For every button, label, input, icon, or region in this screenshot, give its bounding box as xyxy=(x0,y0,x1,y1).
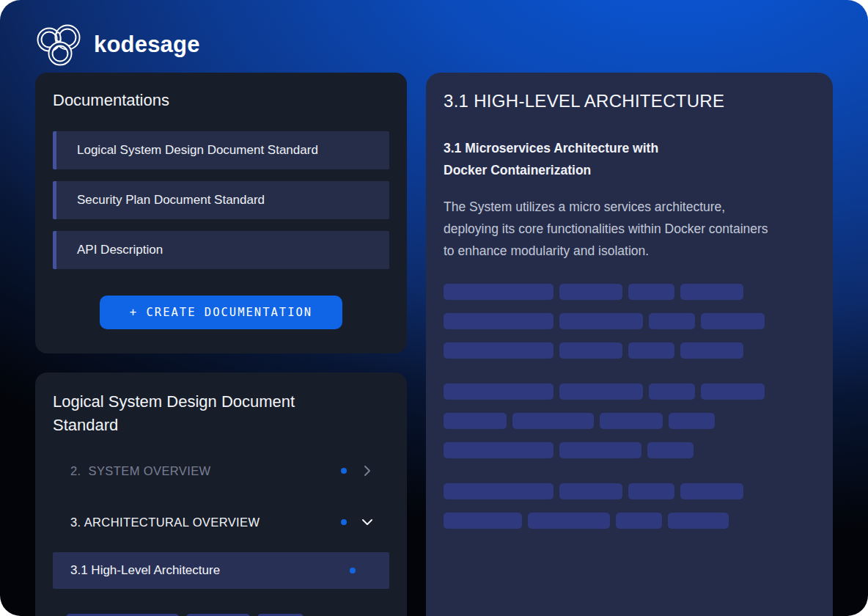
skeleton-row xyxy=(444,313,815,329)
section-label: 2. SYSTEM OVERVIEW xyxy=(70,464,341,478)
skeleton-block xyxy=(628,284,674,300)
skeleton-row xyxy=(444,483,815,499)
skeleton-row xyxy=(444,384,815,400)
skeleton-paragraph xyxy=(444,284,815,359)
skeleton-block xyxy=(512,413,594,429)
skeleton-block xyxy=(628,483,674,499)
skeleton-block xyxy=(680,342,743,359)
doc-item-label: API Description xyxy=(77,243,163,257)
skeleton-paragraph xyxy=(444,483,815,529)
knot-logo-icon xyxy=(35,22,84,67)
skeleton-block xyxy=(701,313,765,329)
skeleton-block xyxy=(559,342,622,359)
skeleton-block xyxy=(559,384,643,400)
status-dot xyxy=(341,519,347,525)
brand-header: kodesage xyxy=(35,22,200,67)
outline-section-system-overview[interactable]: 2. SYSTEM OVERVIEW xyxy=(53,455,389,487)
doc-item-label: Logical System Design Document Standard xyxy=(77,143,318,158)
document-outline-card: Logical System Design Document Standard … xyxy=(35,373,407,616)
content-title: 3.1 HIGH-LEVEL ARCHITECTURE xyxy=(444,90,815,112)
skeleton-row xyxy=(444,513,815,529)
skeleton-block xyxy=(680,483,743,499)
skeleton-block xyxy=(559,483,622,499)
skeleton-block xyxy=(444,342,553,359)
status-dot xyxy=(341,468,347,474)
brand-name: kodesage xyxy=(94,32,200,58)
app-window: kodesage Documentations Logical System D… xyxy=(0,0,868,616)
skeleton-block xyxy=(649,384,695,400)
skeleton-block xyxy=(528,513,610,529)
skeleton-block xyxy=(444,384,553,400)
skeleton-block xyxy=(647,442,694,458)
skeleton-block xyxy=(669,413,715,429)
skeleton-block xyxy=(628,342,674,359)
outline-section-architectural-overview[interactable]: 3. ARCHITECTURAL OVERVIEW xyxy=(53,506,389,538)
skeleton-block xyxy=(559,284,622,300)
skeleton-block xyxy=(616,513,662,529)
skeleton-block xyxy=(680,284,743,300)
skeleton-block xyxy=(444,284,553,300)
doc-item-security-plan[interactable]: Security Plan Document Standard xyxy=(53,181,389,219)
skeleton-row xyxy=(444,342,815,359)
content-subtitle: 3.1 Microservices Architecture with Dock… xyxy=(444,137,700,181)
skeleton-block xyxy=(701,384,765,400)
section-label: 3. ARCHITECTURAL OVERVIEW xyxy=(70,516,341,529)
skeleton-block xyxy=(444,513,522,529)
content-panel: 3.1 HIGH-LEVEL ARCHITECTURE 3.1 Microser… xyxy=(426,73,833,616)
skeleton-row xyxy=(444,284,815,300)
doc-item-label: Security Plan Document Standard xyxy=(77,193,265,208)
skeleton-paragraph xyxy=(444,384,815,458)
skeleton-block xyxy=(444,413,507,429)
skeleton-block xyxy=(559,313,643,329)
skeleton-block xyxy=(649,313,695,329)
skeleton-block xyxy=(600,413,663,429)
outline-item-high-level-architecture[interactable]: 3.1 High-Level Architecture xyxy=(53,552,389,589)
chevron-down-icon[interactable] xyxy=(360,515,375,529)
status-dot xyxy=(350,568,356,573)
doc-item-api-description[interactable]: API Description xyxy=(53,231,389,269)
skeleton-block xyxy=(444,442,553,458)
skeleton-block xyxy=(559,442,641,458)
documentations-title: Documentations xyxy=(53,90,389,111)
content-skeleton xyxy=(444,284,815,529)
content-paragraph: The System utilizes a micro services arc… xyxy=(444,196,781,262)
chevron-right-icon[interactable] xyxy=(360,463,375,478)
skeleton-block xyxy=(668,513,729,529)
skeleton-row xyxy=(444,442,815,458)
active-item-label: 3.1 High-Level Architecture xyxy=(70,563,350,578)
create-documentation-button[interactable]: + CREATE DOCUMENTATION xyxy=(100,296,342,329)
outline-title: Logical System Design Document Standard xyxy=(53,390,361,437)
skeleton-block xyxy=(444,313,553,329)
doc-item-logical-system-design[interactable]: Logical System Design Document Standard xyxy=(53,131,389,169)
skeleton-block xyxy=(444,483,553,499)
skeleton-row xyxy=(444,413,815,429)
documentations-card: Documentations Logical System Design Doc… xyxy=(35,73,407,353)
